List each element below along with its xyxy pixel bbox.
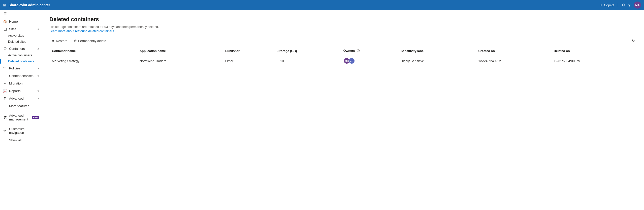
advanced-icon: ⚙ [3,96,7,100]
restore-icon: ↺ [52,39,55,43]
cell-owners: MSZR [341,55,398,67]
col-header-container-name: Container name [49,47,137,55]
help-button[interactable]: ? [628,3,630,7]
col-header-deleted-on: Deleted on [551,47,637,55]
table-row[interactable]: Marketing StrategyNorthwind TradersOther… [49,55,637,67]
cell-deleted-on: 12/31/69, 4:00 PM [551,55,637,67]
restore-label: Restore [56,39,68,43]
delete-icon: 🗑 [74,39,77,43]
page-description: File storage containers are retained for… [49,25,637,29]
sidebar-hamburger[interactable]: ☰ [0,10,42,18]
owner-avatar: ZR [348,58,355,64]
home-icon: 🏠 [3,19,7,23]
sidebar-item-deleted-sites[interactable]: Deleted sites [0,39,42,45]
col-header-storage: Storage (GB) [275,47,341,55]
cell-container-name: Marketing Strategy [49,55,137,67]
content-services-chevron: ∨ [37,74,39,77]
user-avatar[interactable]: MA [634,2,641,9]
sidebar-item-advanced-management[interactable]: 🛠 Advanced management PRO [0,112,42,123]
sidebar-item-more-features[interactable]: ··· More features [0,102,42,110]
copilot-icon: ✦ [600,3,603,7]
sidebar-containers-label: Containers [9,47,25,51]
sidebar-item-customize-nav[interactable]: ✏ Customize navigation [0,125,42,136]
sidebar-customize-nav-label: Customize navigation [9,127,39,135]
topbar-right: ✦ Copilot ⚙ ? MA [600,2,641,9]
restore-button[interactable]: ↺ Restore [49,38,70,44]
settings-button[interactable]: ⚙ [622,3,625,7]
sidebar-policies-label: Policies [9,66,20,70]
hamburger-icon: ☰ [3,12,7,16]
layout: ☰ 🏠 Home ◫ Sites ∧ Active sites Deleted … [0,10,644,210]
col-header-owners: Owners ⓘ [341,47,398,55]
containers-icon: ⬡ [3,47,7,51]
owners-cell: MSZR [343,58,396,64]
toolbar: ↺ Restore 🗑 Permanently delete ↻ [49,37,637,44]
active-containers-label: Active containers [8,54,32,57]
permanently-delete-button[interactable]: 🗑 Permanently delete [71,38,109,44]
containers-chevron: ∧ [37,47,39,50]
permanently-delete-label: Permanently delete [78,39,106,43]
col-header-sensitivity: Sensitivity label [398,47,476,55]
show-all-icon: ··· [3,138,7,142]
reports-icon: 📈 [3,89,7,93]
customize-nav-icon: ✏ [3,129,7,133]
sidebar-advanced-label: Advanced [9,97,24,100]
deleted-sites-label: Deleted sites [8,40,26,44]
cell-sensitivity: Highly Sensitive [398,55,476,67]
refresh-button[interactable]: ↻ [630,37,637,44]
sidebar-item-containers[interactable]: ⬡ Containers ∧ [0,45,42,52]
sidebar-item-sites[interactable]: ◫ Sites ∧ [0,25,42,33]
cell-application-name: Northwind Traders [137,55,223,67]
reports-chevron: ∨ [37,90,39,92]
sidebar: ☰ 🏠 Home ◫ Sites ∧ Active sites Deleted … [0,10,42,210]
deleted-containers-label: Deleted containers [8,60,34,63]
sidebar-item-migration[interactable]: ↔ Migration [0,79,42,87]
sidebar-home-label: Home [9,20,18,23]
col-header-application-name: Application name [137,47,223,55]
more-features-icon: ··· [3,104,7,108]
sidebar-more-features-label: More features [9,104,29,108]
sidebar-item-show-all[interactable]: ··· Show all [0,136,42,144]
page-title: Deleted containers [49,16,637,23]
content-services-icon: ⊞ [3,74,7,78]
sidebar-item-reports[interactable]: 📈 Reports ∨ [0,87,42,95]
sidebar-advanced-management-label: Advanced management [9,114,28,121]
copilot-label: Copilot [604,3,614,7]
cell-storage: 0.10 [275,55,341,67]
sidebar-item-policies[interactable]: 🛡 Policies ∨ [0,64,42,72]
table-header: Container name Application name Publishe… [49,47,637,55]
advanced-chevron: ∨ [37,97,39,100]
app-title: SharePoint admin center [9,3,597,7]
containers-table: Container name Application name Publishe… [49,47,637,67]
cell-created-on: 1/5/24, 9:49 AM [476,55,551,67]
col-header-publisher: Publisher [223,47,275,55]
sidebar-sites-label: Sites [9,27,16,31]
sidebar-show-all-label: Show all [9,138,21,142]
topbar: ⊞ SharePoint admin center ✦ Copilot ⚙ ? … [0,0,644,10]
cell-publisher: Other [223,55,275,67]
sidebar-item-home[interactable]: 🏠 Home [0,18,42,25]
sidebar-item-content-services[interactable]: ⊞ Content services ∨ [0,72,42,79]
main-content: Deleted containers File storage containe… [42,10,644,210]
sites-chevron: ∧ [37,28,39,30]
learn-more-link[interactable]: Learn more about restoring deleted conta… [49,29,114,33]
sidebar-item-advanced[interactable]: ⚙ Advanced ∨ [0,95,42,102]
owners-info-icon[interactable]: ⓘ [357,49,360,52]
refresh-icon: ↻ [632,39,635,43]
table-body: Marketing StrategyNorthwind TradersOther… [49,55,637,67]
sidebar-reports-label: Reports [9,89,21,93]
policies-icon: 🛡 [3,66,7,70]
pro-badge: PRO [32,116,39,119]
sidebar-content-services-label: Content services [9,74,34,78]
advanced-management-icon: 🛠 [3,115,7,119]
sidebar-item-active-sites[interactable]: Active sites [0,33,42,39]
sidebar-divider-2 [0,124,42,124]
apps-icon[interactable]: ⊞ [3,3,6,7]
sidebar-divider [0,111,42,111]
copilot-button[interactable]: ✦ Copilot [600,3,618,7]
migration-icon: ↔ [3,81,7,85]
active-sites-label: Active sites [8,34,24,37]
sidebar-item-deleted-containers[interactable]: Deleted containers [0,58,42,64]
sites-icon: ◫ [3,27,7,31]
sidebar-item-active-containers[interactable]: Active containers [0,52,42,58]
